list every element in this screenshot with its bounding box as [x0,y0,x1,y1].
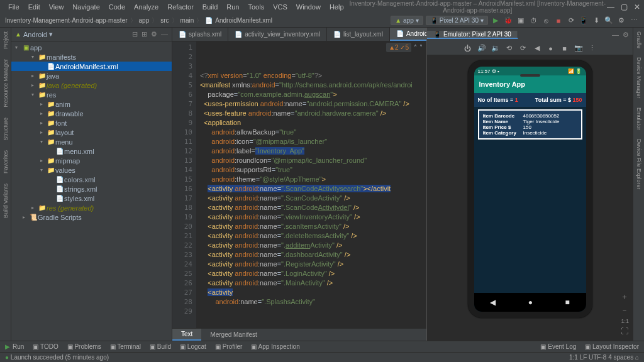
toolwindow-build[interactable]: ▣ Build [150,343,171,350]
overview-icon[interactable]: ■ [560,43,570,53]
resource-manager-button[interactable]: Resource Manager [3,59,9,107]
tree-item[interactable]: ▸📁 layout [11,128,172,137]
tree-item[interactable]: 📄 colors.xml [11,175,172,184]
toolwindow-problems[interactable]: ▣ Problems [67,343,101,350]
gear-icon[interactable]: ⚙ [623,31,629,39]
tree-item[interactable]: ▾📁 res [11,90,172,99]
menu-code[interactable]: Code [104,3,130,11]
emulator-button[interactable]: Emulator [636,107,642,130]
hide-icon[interactable]: — [161,30,168,38]
structure-button[interactable]: Structure [3,118,9,141]
tree-item[interactable]: ▸📁 java (generated) [11,80,172,90]
tree-item[interactable]: ▾📁 manifests [11,52,172,62]
tree-item[interactable]: ▸📁 mipmap [11,156,172,165]
menu-window[interactable]: Window [292,3,325,11]
menu-refactor[interactable]: Refactor [163,3,198,11]
build-variants-button[interactable]: Build Variants [3,184,9,218]
toolwindow-logcat[interactable]: ▣ Logcat [180,343,206,350]
menu-edit[interactable]: Edit [24,3,45,11]
power-icon[interactable]: ⏻ [463,43,473,53]
zoom-reset-icon[interactable]: ⛶ [621,327,629,336]
stop-icon[interactable]: ■ [553,16,564,26]
device-dropdown[interactable]: 📱 Pixel 2 API 30 ▾ [426,16,488,25]
toolwindow-terminal[interactable]: ▣ Terminal [110,343,141,350]
settings-icon[interactable]: ⚙ [616,16,626,26]
tree-item[interactable]: ▾📁 menu [11,137,172,146]
run-config-dropdown[interactable]: ▲app ▾ [391,16,423,25]
tree-item[interactable]: 📄 AndroidManifest.xml [11,62,172,71]
editor-view-tab[interactable]: Merged Manifest [201,329,265,341]
menu-run[interactable]: Run [222,3,243,11]
expand-icon[interactable]: ⊞ [142,30,147,38]
android-overview-icon[interactable]: ■ [565,298,570,307]
toolwindow-event-log[interactable]: ▣ Event Log [540,343,576,350]
debug-icon[interactable]: 🐞 [503,16,513,26]
more-icon[interactable]: ⋯ [629,16,639,26]
tree-root[interactable]: ▾▣ app [11,43,172,52]
toolwindow-layout-inspector[interactable]: ▣ Layout Inspector [585,343,639,350]
back-icon[interactable]: ◀ [532,43,542,53]
toolwindow-profiler[interactable]: ▣ Profiler [215,343,242,350]
menu-vcs[interactable]: VCS [269,3,292,11]
tree-item[interactable]: ▾📁 values [11,165,172,175]
chevron-up-icon[interactable]: ˄ [414,43,417,52]
tree-item[interactable]: ▸📜 Gradle Scripts [11,212,172,222]
close-icon[interactable]: ✕ [634,3,640,11]
toolwindow-run[interactable]: ▶ Run [5,343,24,350]
zoom-in-icon[interactable]: ＋ [621,292,629,302]
menu-help[interactable]: Help [325,3,348,11]
maximize-icon[interactable]: ▢ [621,3,628,11]
tree-item[interactable]: ▸📁 drawable [11,109,172,118]
android-home-icon[interactable]: ● [528,298,533,307]
emulator-tab[interactable]: 📱 Emulator: Pixel 2 API 30 [427,31,518,39]
menu-file[interactable]: File [4,3,24,11]
editor-tab[interactable]: 📄splashs.xml [172,28,228,41]
chevron-down-icon[interactable]: ˅ [419,43,423,52]
editor-tab[interactable]: 📄AndroidManifest.xml [390,28,426,41]
phone-screen[interactable]: 11:57 ⚙ • 📶 🔋 Inventory App No of Items … [474,67,586,312]
tree-item[interactable]: 📄 strings.xml [11,184,172,194]
menu-build[interactable]: Build [198,3,222,11]
tree-item[interactable]: ▸📁 res (generated) [11,203,172,212]
run-icon[interactable]: ▶ [491,16,501,26]
sync-icon[interactable]: ⟳ [566,16,576,26]
sdk-icon[interactable]: ⬇ [591,16,601,26]
code-area[interactable]: ▲2 ✓5 ˄ ˅ <?xml version="1.0" encoding="… [196,41,426,328]
favorites-button[interactable]: Favorites [3,150,9,173]
menu-navigate[interactable]: Navigate [68,3,104,11]
project-toolwindow-button[interactable]: Project [3,31,9,49]
tree-item[interactable]: ▸📁 java [11,71,172,80]
volume-down-icon[interactable]: 🔉 [491,43,501,53]
editor-tab[interactable]: 📄activity_view_inventory.xml [228,28,327,41]
tree-item[interactable]: ▸📁 font [11,118,172,128]
device-manager-button[interactable]: Device Manager [636,57,642,99]
zoom-out-icon[interactable]: － [621,305,629,315]
tree-item[interactable]: 📄 styles.xml [11,194,172,203]
toolwindow-todo[interactable]: ▣ TODO [33,343,58,350]
breadcrumb[interactable]: Inventory-Management-Android-app-master〉… [5,16,272,25]
inspection-badge[interactable]: ▲2 ✓5 [386,43,411,52]
avd-icon[interactable]: 📱 [579,16,589,26]
editor-tab[interactable]: 📄list_layout.xml [327,28,390,41]
menu-view[interactable]: View [45,3,69,11]
editor-view-tab[interactable]: Text [172,329,201,341]
coverage-icon[interactable]: ▣ [516,16,526,26]
minus-icon[interactable]: — [612,31,619,39]
screenshot-icon[interactable]: 📷 [574,43,584,53]
tree-item[interactable]: ▸📁 anim [11,99,172,109]
gradle-button[interactable]: Gradle [636,31,642,48]
device-file-explorer-button[interactable]: Device File Explorer [636,139,642,190]
zoom-fit-icon[interactable]: 1:1 [621,318,629,324]
tree-item[interactable]: 📄 menu.xml [11,146,172,156]
rotate-left-icon[interactable]: ⟲ [504,43,514,53]
profile-icon[interactable]: ⏱ [528,16,538,26]
item-card[interactable]: Item Barcode4806530650052 Item NameTiger… [478,109,582,140]
project-mode-dropdown[interactable]: Android [23,31,47,38]
volume-up-icon[interactable]: 🔊 [477,43,487,53]
toolwindow-app inspection[interactable]: ▣ App Inspection [251,343,299,350]
minimize-icon[interactable]: — [607,3,614,11]
search-icon[interactable]: 🔍 [604,16,614,26]
more-icon[interactable]: ⋮ [587,43,597,53]
collapse-icon[interactable]: ⊟ [132,30,138,38]
android-back-icon[interactable]: ◀ [490,298,496,307]
